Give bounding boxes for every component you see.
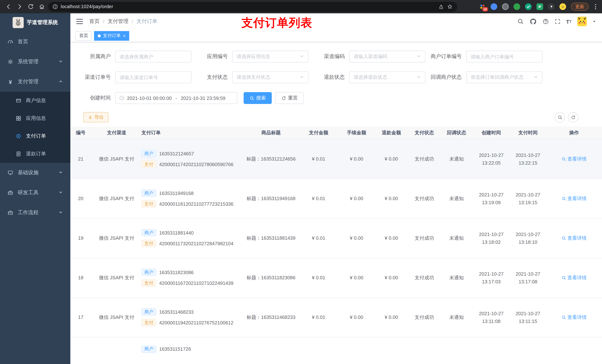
sidebar-item-pay-order[interactable]: 支付订单 (0, 127, 70, 145)
sidebar-item-devtools[interactable]: 研发工具 (0, 183, 70, 203)
breadcrumb-section[interactable]: 支付管理 (108, 18, 129, 25)
refund-status-select[interactable]: 请选择退款状态 (349, 71, 425, 83)
merchant-order-no: 1635311881440 (159, 230, 194, 235)
browser-update-button[interactable]: 更新 (571, 3, 589, 11)
table-row[interactable]: 19 微信 JSAPI 支付 商户1635311881440 支付4200001… (70, 218, 602, 258)
table-row-partial[interactable]: 商户163531151726 (70, 337, 602, 364)
pay-order-no: 4200001194202110276752100612 (159, 320, 233, 325)
extension-green-icon[interactable] (514, 3, 520, 10)
avatar-caret-icon[interactable] (592, 18, 596, 25)
page-header: 首页 / 支付管理 / 支付订单 支付订单列表 (70, 13, 602, 30)
briefcase-icon (7, 210, 13, 216)
clock-icon (119, 95, 124, 101)
chevron-down-icon (58, 59, 63, 65)
gear-icon (7, 59, 13, 65)
table-row[interactable]: 21 微信 JSAPI 支付 商户1635312124657 支付4200001… (70, 139, 602, 179)
sidebar-item-app-info[interactable]: 应用信息 (0, 110, 70, 127)
filter-notify-status: 回调商户状态 请选择订单回调商户状态 (427, 71, 542, 83)
toggle-search-button[interactable] (555, 112, 565, 123)
cell-amount: ¥ 0.01 (298, 218, 339, 258)
back-icon[interactable] (4, 2, 13, 11)
view-detail-link[interactable]: 查看详情 (561, 314, 587, 321)
tab-home[interactable]: 首页 (75, 31, 92, 41)
reload-icon[interactable] (26, 2, 35, 11)
extension-check-icon[interactable] (525, 3, 532, 10)
filter-label: 渠道订单号 (76, 74, 115, 81)
view-detail-link[interactable]: 查看详情 (561, 195, 587, 202)
tab-pay-order[interactable]: 支付订单 × (94, 31, 129, 41)
screen: localhost:1024/pay/order 10 (0, 0, 602, 364)
sidebar-item-refund-order[interactable]: 退款订单 (0, 145, 70, 163)
view-detail-link[interactable]: 查看详情 (561, 274, 587, 281)
sidebar-item-infrastructure[interactable]: 基础设施 (0, 163, 70, 183)
github-icon[interactable] (529, 18, 537, 25)
view-detail-link[interactable]: 查看详情 (561, 235, 587, 241)
reset-button[interactable]: 重置 (275, 92, 304, 104)
merchant-input[interactable] (115, 51, 191, 62)
app-logo[interactable]: 芋道管理系统 (0, 13, 70, 32)
extension-colordots-icon[interactable]: 10 (479, 3, 486, 10)
help-icon[interactable] (542, 18, 549, 25)
cell-id: 21 (70, 139, 98, 179)
page-content: 所属商户 应用编号 请选择应用信息 渠道编码 请输入渠道编码 (70, 42, 602, 364)
channel-code-select[interactable]: 请输入渠道编码 (349, 51, 425, 62)
breadcrumb-home[interactable]: 首页 (89, 18, 100, 25)
cell-order: 商户1635312124657 支付4200001174202110278060… (135, 150, 244, 168)
col-status: 支付状态 (408, 126, 440, 139)
browser-menu-icon[interactable] (593, 4, 598, 9)
address-bar[interactable]: localhost:1024/pay/order (48, 2, 457, 12)
channel-order-no-input[interactable] (115, 71, 191, 83)
notify-status-select[interactable]: 请选择订单回调商户状态 (466, 71, 542, 83)
app-select[interactable]: 请选择应用信息 (232, 51, 308, 62)
table-row[interactable]: 20 微信 JSAPI 支付 商户1635311949168 支付4200001… (70, 179, 602, 218)
reset-button-label: 重置 (288, 95, 298, 101)
extension-pin-icon[interactable] (548, 3, 555, 10)
cell-channel: 微信 JSAPI 支付 (98, 297, 135, 337)
merchant-badge: 商户 (141, 345, 156, 353)
font-size-icon[interactable]: TT (566, 18, 572, 25)
sidebar-item-home[interactable]: 首页 (0, 32, 70, 52)
create-time-range-picker[interactable]: 2021-10-01 00:00:00 - 2021-10-31 23:59:5… (115, 92, 237, 104)
filter-channel-order-no: 渠道订单号 (76, 71, 191, 83)
cell-status: 支付成功 (408, 218, 440, 258)
cell-pay-time: 2021-10-2713:22:15 (510, 151, 546, 167)
close-icon[interactable]: × (123, 33, 126, 38)
tab-label: 首页 (79, 32, 88, 39)
document-icon (16, 151, 22, 157)
cell-order: 商户163531151726 (135, 345, 244, 353)
sidebar: 芋道管理系统 首页 系统管理 ¥ 支付管理 (0, 13, 70, 364)
table-header-row: 编号 支付渠道 支付订单 商品标题 支付金额 手续金额 退款金额 支付状态 回调… (70, 126, 602, 139)
pay-status-select[interactable]: 请选择支付状态 (232, 71, 308, 83)
sidebar-item-workflow[interactable]: 工作流程 (0, 203, 70, 223)
export-button[interactable]: 导出 (83, 112, 108, 123)
avatar[interactable] (577, 17, 587, 26)
share-icon[interactable] (438, 4, 444, 10)
sidebar-item-system[interactable]: 系统管理 (0, 52, 70, 72)
fullscreen-icon[interactable] (554, 19, 560, 24)
site-info-icon[interactable] (53, 4, 58, 9)
extension-blue-icon[interactable] (491, 3, 497, 10)
table-row[interactable]: 18 微信 JSAPI 支付 商户1635311823086 支付4200001… (70, 258, 602, 297)
extension-gray-icon[interactable] (502, 3, 509, 10)
bookmark-star-icon[interactable] (447, 4, 453, 10)
table-row[interactable]: 17 微信 JSAPI 支付 商户1635311468233 支付4200001… (70, 297, 602, 337)
sidebar-toggle-icon[interactable] (76, 19, 83, 24)
view-icon (561, 236, 566, 240)
select-placeholder: 请输入渠道编码 (354, 53, 417, 60)
filter-app: 应用编号 请选择应用信息 (193, 51, 308, 62)
view-detail-link[interactable]: 查看详情 (561, 156, 587, 162)
browser-chrome: localhost:1024/pay/order 10 (0, 0, 602, 13)
home-icon[interactable] (37, 2, 47, 11)
extension-face-icon[interactable] (559, 3, 566, 10)
sidebar-item-merchant-info[interactable]: 商户信息 (0, 92, 70, 110)
refresh-button[interactable] (568, 112, 578, 123)
search-button[interactable]: 搜索 (244, 92, 272, 104)
pay-badge: 支付 (141, 200, 156, 208)
extension-notes-icon[interactable] (537, 3, 543, 10)
extensions-cluster: 10 更新 (479, 3, 598, 11)
forward-icon[interactable] (15, 2, 24, 11)
search-icon[interactable] (517, 18, 524, 25)
merchant-order-no-input[interactable] (466, 51, 542, 62)
active-dot (98, 34, 101, 37)
sidebar-item-payment[interactable]: ¥ 支付管理 (0, 72, 70, 92)
